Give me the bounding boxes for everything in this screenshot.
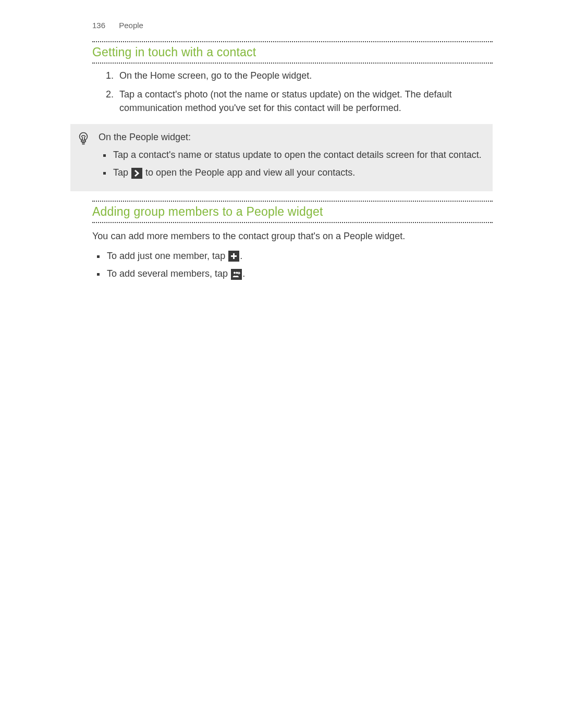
tip-content: On the People widget: Tap a contact's na… [99,130,485,183]
group-plus-icon [231,269,242,280]
tip-list: Tap a contact's name or status update to… [99,148,485,179]
s2-b2-after: . [242,268,245,279]
chevron-right-icon [131,168,142,179]
tip-bullet-2: Tap to open the People app and view all … [112,166,485,179]
section2-bullet-1: To add just one member, tap . [106,249,493,263]
svg-point-8 [236,272,238,274]
s2-b1-after: . [240,251,242,261]
section-heading-2: Adding group members to a People widget [92,205,493,219]
tip-icon-column [78,130,99,148]
tip-bullet-2-before: Tap [113,167,131,178]
dotted-separator [92,201,493,202]
dotted-separator [92,41,493,42]
ordered-steps: On the Home screen, go to the People wid… [92,69,493,115]
page-number: 136 [92,21,105,30]
spacer [92,191,493,201]
tip-bullet-1: Tap a contact's name or status update to… [112,148,485,162]
tip-bullet-2-after: to open the People app and view all your… [143,167,355,178]
page: 136 People Getting in touch with a conta… [0,0,563,728]
step-2: Tap a contact's photo (not the name or s… [116,88,493,115]
tip-intro: On the People widget: [99,130,485,144]
svg-point-7 [234,272,236,274]
step-1: On the Home screen, go to the People wid… [116,69,493,82]
section2-intro: You can add more members to the contact … [92,229,493,243]
dotted-separator [92,222,493,223]
s2-b1-before: To add just one member, tap [107,251,228,261]
section2-list: To add just one member, tap . To add sev… [92,249,493,280]
section-heading-1: Getting in touch with a contact [92,45,493,59]
plus-icon [228,251,239,262]
chapter-name: People [119,21,143,30]
section2-bullet-2: To add several members, tap . [106,267,493,280]
dotted-separator [92,63,493,64]
s2-b2-before: To add several members, tap [107,268,230,279]
page-header: 136 People [92,21,493,30]
content: 136 People Getting in touch with a conta… [92,21,493,280]
svg-point-0 [80,133,88,141]
lightbulb-icon [78,139,89,147]
tip-box: On the People widget: Tap a contact's na… [70,124,493,191]
